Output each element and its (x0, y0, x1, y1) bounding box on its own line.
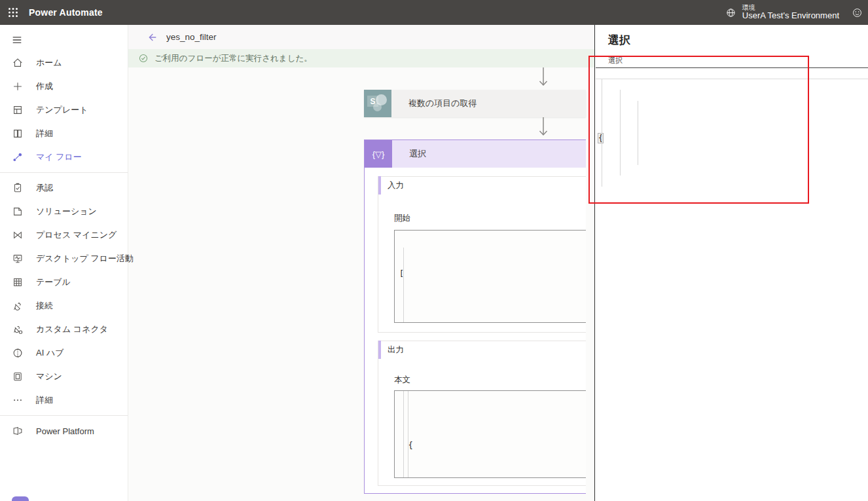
sidebar-item-custom-connectors[interactable]: カスタム コネクタ (0, 318, 128, 341)
sidebar-item-label: プロセス マイニング (36, 229, 117, 241)
action-card-get-items[interactable]: S 複数の項目の取得 (364, 90, 586, 117)
flow-connector-arrow (538, 67, 549, 90)
machines-icon (11, 371, 24, 383)
action-card-label: 複数の項目の取得 (408, 98, 477, 109)
sidebar-item-my-flows[interactable]: マイ フロー (0, 145, 128, 169)
sidebar-item-label: AI ハブ (36, 347, 64, 359)
connections-icon (11, 300, 24, 312)
editor-current-line (596, 79, 868, 79)
sidebar-footer-divider (0, 415, 128, 416)
sidebar-item-templates[interactable]: テンプレート (0, 98, 128, 122)
sidebar-item-solutions[interactable]: ソリューション (0, 200, 128, 223)
output-body-label: 本文 (394, 375, 410, 386)
code-line: { (598, 133, 868, 239)
plus-icon (11, 81, 24, 93)
flow-canvas: S 複数の項目の取得 {▽} 選択 入力 開始 [ { "@odata.etag… (128, 67, 594, 501)
sidebar-item-ai-hub[interactable]: AI ハブ (0, 341, 128, 365)
environment-picker[interactable]: 環境 UserA Test's Environment (719, 0, 846, 25)
success-check-icon (138, 53, 149, 64)
power-platform-icon (11, 425, 24, 437)
success-banner-text: ご利用のフローが正常に実行されました。 (154, 53, 312, 64)
panel-field-label: 選択 (608, 56, 623, 65)
sidebar-divider (0, 172, 128, 173)
sidebar-collapse-button[interactable] (0, 29, 128, 51)
help-bubble[interactable] (12, 496, 29, 501)
output-body-code-box[interactable]: { "Title": "b1", "bool": false }, { "Tit… (394, 390, 586, 478)
panel-title: 選択 (608, 33, 630, 48)
sidebar-item-desktop-flow-activity[interactable]: デスクトップ フロー活動 (0, 247, 128, 270)
code-line: { (399, 440, 586, 478)
flow-icon (11, 151, 24, 164)
indent-guide (403, 391, 404, 477)
process-mining-icon (11, 229, 24, 242)
output-section-body: 本文 { "Title": "b1", "bool": false }, { "… (378, 359, 586, 486)
custom-connectors-icon (11, 324, 24, 336)
sidebar-item-label: テーブル (36, 276, 71, 288)
sharepoint-icon: S (364, 90, 391, 117)
sidebar-item-approvals[interactable]: 承認 (0, 176, 128, 200)
sidebar-item-label: カスタム コネクタ (36, 324, 108, 335)
select-output-panel: 選択 選択 { "body": [ { "Title": "b1", "bool… (594, 25, 868, 501)
app-title[interactable]: Power Automate (29, 7, 103, 18)
flow-run-header: yes_no_filter (128, 25, 594, 49)
indent-guide (602, 79, 602, 187)
input-section-label: 入力 (388, 180, 404, 191)
flow-connector-arrow (538, 117, 549, 139)
indent-guide (403, 248, 404, 322)
book-icon (11, 128, 24, 140)
sidebar-item-label: Power Platform (36, 426, 94, 436)
sidebar-item-process-mining[interactable]: プロセス マイニング (0, 223, 128, 247)
tables-icon (11, 276, 24, 289)
panel-json-editor[interactable]: { "body": [ { "Title": "b1", "bool": fal… (596, 67, 868, 239)
sidebar-item-learn[interactable]: 詳細 (0, 122, 128, 145)
select-data-operation-icon: {▽} (365, 140, 392, 168)
environment-globe-icon (725, 7, 736, 18)
output-section-label: 出力 (388, 344, 404, 356)
environment-name: UserA Test's Environment (742, 11, 839, 21)
indent-guide (620, 90, 621, 176)
sidebar-item-tables[interactable]: テーブル (0, 270, 128, 294)
environment-label: 環境 (742, 4, 839, 12)
solutions-icon (11, 206, 24, 218)
sidebar-item-label: 詳細 (36, 394, 53, 406)
input-start-label: 開始 (394, 213, 410, 224)
sidebar-item-label: テンプレート (36, 104, 88, 116)
top-app-bar: Power Automate 環境 UserA Test's Environme… (0, 0, 868, 25)
hamburger-icon (11, 34, 23, 46)
select-card-header[interactable]: {▽} 選択 (365, 140, 586, 168)
input-start-code-box[interactable]: [ { "@odata.etag": "\"3\"", "ItemInterna… (394, 230, 586, 323)
sidebar-item-power-platform[interactable]: Power Platform (0, 419, 128, 443)
input-section-body: 開始 [ { "@odata.etag": "\"3\"", "ItemInte… (378, 195, 586, 333)
desktop-flow-icon (11, 253, 24, 265)
success-banner: ご利用のフローが正常に実行されました。 (128, 49, 594, 67)
sidebar-item-label: 詳細 (36, 128, 53, 139)
sidebar-item-more[interactable]: 詳細 (0, 388, 128, 412)
output-section-header[interactable]: 出力 (378, 341, 586, 360)
templates-icon (11, 104, 24, 117)
sidebar-item-label: マシン (36, 371, 62, 382)
indent-guide (408, 391, 408, 477)
input-section-header[interactable]: 入力 (378, 176, 586, 195)
sidebar-item-machines[interactable]: マシン (0, 365, 128, 388)
sidebar-item-connections[interactable]: 接続 (0, 294, 128, 318)
sidebar-nav: ホーム作成テンプレート詳細マイ フロー承認ソリューションプロセス マイニングデス… (0, 25, 128, 501)
sidebar-item-label: デスクトップ フロー活動 (36, 253, 134, 265)
sidebar-items: ホーム作成テンプレート詳細マイ フロー承認ソリューションプロセス マイニングデス… (0, 51, 128, 412)
sidebar-item-label: 接続 (36, 300, 53, 312)
sidebar-item-label: ソリューション (36, 206, 97, 217)
select-card-title: 選択 (409, 148, 426, 160)
more-icon (11, 394, 24, 407)
home-icon (11, 57, 24, 69)
code-line: [ (399, 269, 586, 324)
back-button[interactable] (143, 28, 161, 46)
sidebar-item-create[interactable]: 作成 (0, 75, 128, 98)
sidebar-item-label: 承認 (36, 182, 53, 194)
action-card-select-expanded: {▽} 選択 入力 開始 [ { "@odata.etag": "\"3\"",… (364, 139, 586, 494)
feedback-smiley-icon[interactable] (846, 0, 868, 25)
flow-name: yes_no_filter (166, 32, 217, 42)
approvals-icon (11, 182, 24, 195)
sidebar-item-label: 作成 (36, 81, 53, 92)
app-launcher-icon[interactable] (0, 0, 26, 25)
indent-guide (638, 101, 638, 165)
sidebar-item-home[interactable]: ホーム (0, 51, 128, 75)
